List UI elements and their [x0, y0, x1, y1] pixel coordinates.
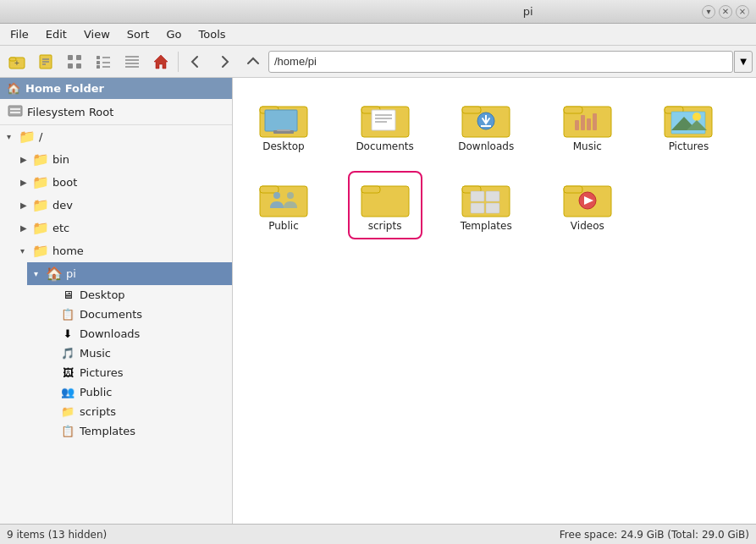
menu-tools[interactable]: Tools — [192, 26, 233, 42]
svg-rect-61 — [471, 191, 484, 201]
svg-rect-15 — [97, 65, 100, 69]
svg-rect-43 — [575, 120, 579, 130]
svg-rect-8 — [76, 55, 81, 60]
folder-scripts[interactable]: scripts — [348, 171, 422, 240]
videos-folder-icon — [562, 178, 613, 220]
svg-point-55 — [273, 192, 280, 199]
pictures-label: Pictures — [669, 140, 709, 154]
forward-button[interactable] — [211, 49, 238, 74]
home-folder-label: Home Folder — [25, 82, 104, 95]
root-folder-icon: 📁 — [19, 129, 36, 145]
folder-templates[interactable]: Templates — [449, 171, 523, 240]
pi-home-icon: 🏠 — [46, 266, 63, 282]
status-bar: 9 items (13 hidden) Free space: 24.9 GiB… — [0, 524, 756, 544]
svg-rect-54 — [260, 186, 279, 193]
sidebar-item-downloads[interactable]: ⬇ 9 items (13 hidden) Downloads — [41, 324, 232, 343]
menu-go[interactable]: Go — [159, 26, 188, 42]
svg-text:+: + — [14, 58, 19, 68]
svg-rect-23 — [10, 108, 20, 110]
sidebar-item-etc[interactable]: ▶ 📁 etc — [14, 217, 232, 239]
new-folder-button[interactable]: + — [3, 49, 30, 74]
sidebar-item-pictures[interactable]: 🖼 Pictures — [41, 363, 232, 382]
sidebar-item-documents[interactable]: 📋 Documents — [41, 305, 232, 324]
window-controls[interactable]: ▾ ✕ × — [702, 5, 749, 19]
boot-folder-icon: 📁 — [32, 174, 49, 190]
status-items: 9 items (13 hidden) — [7, 529, 107, 541]
home-button[interactable] — [147, 49, 174, 74]
status-space: Free space: 24.9 GiB (Total: 29.0 GiB) — [560, 529, 749, 541]
sidebar-item-scripts[interactable]: 📁 scripts — [41, 402, 232, 421]
etc-folder-icon: 📁 — [32, 220, 49, 236]
folder-documents[interactable]: Documents — [348, 91, 422, 161]
desktop-folder-icon — [258, 98, 309, 140]
svg-rect-37 — [462, 107, 481, 113]
filesystem-label: Filesystem Root — [27, 106, 113, 118]
desktop-small-icon: 🖥 — [59, 288, 76, 301]
svg-rect-9 — [68, 63, 73, 69]
sidebar-item-dev[interactable]: ▶ 📁 dev — [14, 194, 232, 217]
sidebar-item-templates[interactable]: 📋 Templates — [41, 421, 232, 441]
sidebar-item-bin[interactable]: ▶ 📁 bin — [14, 148, 232, 171]
sidebar-home-header[interactable]: 🏠 Home Folder — [0, 78, 232, 99]
scripts-small-icon: 📁 — [59, 405, 76, 418]
toolbar: + — [0, 46, 756, 78]
documents-label: Documents — [356, 140, 413, 154]
videos-label: Videos — [571, 220, 604, 234]
sidebar: 🏠 Home Folder Filesystem Root ▾ 📁 / ▶ 📁 — [0, 78, 233, 524]
menu-sort[interactable]: Sort — [120, 26, 157, 42]
back-button[interactable] — [182, 49, 209, 74]
expand-etc: ▶ — [20, 223, 32, 233]
svg-rect-13 — [97, 61, 100, 64]
sidebar-item-desktop[interactable]: 🖥 Desktop — [41, 285, 232, 305]
folder-desktop[interactable]: Desktop — [246, 91, 321, 161]
scripts-label: scripts — [368, 220, 402, 234]
menu-edit[interactable]: Edit — [39, 26, 74, 42]
templates-small-icon: 📋 — [59, 425, 76, 437]
folder-public[interactable]: Public — [246, 171, 321, 240]
menu-view[interactable]: View — [77, 26, 117, 42]
expand-dev: ▶ — [20, 201, 32, 210]
up-button[interactable] — [240, 49, 267, 74]
folder-videos[interactable]: Videos — [550, 171, 625, 240]
public-folder-icon — [258, 178, 309, 220]
sidebar-item-root[interactable]: ▾ 📁 / — [0, 125, 232, 148]
documents-small-icon: 📋 — [59, 308, 76, 321]
sidebar-item-boot[interactable]: ▶ 📁 boot — [14, 171, 232, 194]
content-area: Desktop Documents — [233, 78, 756, 524]
pictures-folder-icon — [663, 98, 714, 140]
svg-point-50 — [693, 113, 701, 121]
maximize-button[interactable]: ✕ — [719, 5, 732, 19]
svg-rect-58 — [361, 186, 380, 193]
sidebar-item-pi[interactable]: ▾ 🏠 pi — [27, 262, 232, 285]
close-button[interactable]: × — [736, 5, 749, 19]
minimize-button[interactable]: ▾ — [702, 5, 715, 19]
scripts-folder-icon — [360, 178, 411, 220]
music-label: Music — [573, 140, 602, 154]
folder-downloads[interactable]: Downloads — [449, 91, 523, 161]
filesystem-icon — [7, 102, 24, 121]
svg-point-56 — [287, 192, 294, 199]
public-label: Public — [268, 220, 299, 234]
svg-rect-24 — [10, 112, 20, 113]
address-bar[interactable] — [268, 51, 733, 73]
sidebar-item-home[interactable]: ▾ 📁 home — [14, 239, 232, 262]
menu-bar: File Edit View Sort Go Tools — [0, 24, 756, 46]
menu-file[interactable]: File — [3, 26, 36, 42]
main-layout: 🏠 Home Folder Filesystem Root ▾ 📁 / ▶ 📁 — [0, 78, 756, 524]
sidebar-item-music[interactable]: 🎵 Music — [41, 343, 232, 363]
pictures-small-icon: 🖼 — [59, 366, 76, 379]
home-icon: 🏠 — [7, 82, 20, 95]
bookmarks-button[interactable] — [32, 49, 59, 74]
downloads-small-icon: ⬇ — [59, 327, 76, 340]
sidebar-item-public[interactable]: 👥 Public — [41, 382, 232, 402]
icon-view-button[interactable] — [61, 49, 88, 74]
folder-music[interactable]: Music — [550, 91, 625, 161]
sidebar-filesystem-root[interactable]: Filesystem Root — [0, 99, 232, 125]
list-view-button[interactable] — [90, 49, 117, 74]
downloads-label: Downloads — [458, 140, 514, 154]
music-small-icon: 🎵 — [59, 347, 76, 360]
address-dropdown[interactable]: ▼ — [734, 51, 753, 73]
folder-pictures[interactable]: Pictures — [651, 91, 726, 161]
compact-view-button[interactable] — [119, 49, 146, 74]
expand-pi: ▾ — [34, 269, 46, 278]
